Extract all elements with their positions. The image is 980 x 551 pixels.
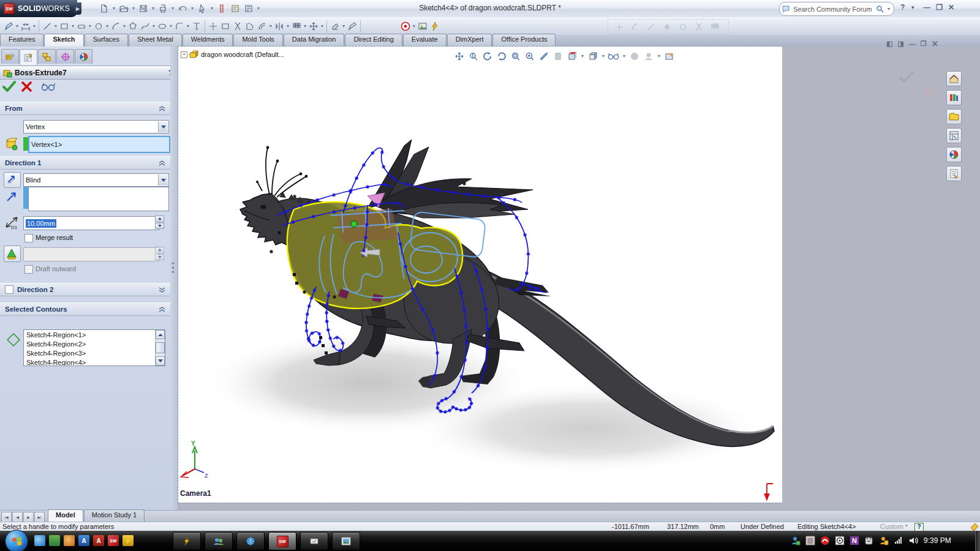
spline-dropdown[interactable]: ▼ [151,24,156,28]
line-icon[interactable] [41,20,53,32]
task-lightning-button[interactable] [173,532,201,550]
rectangle-icon[interactable] [58,20,70,32]
from-group-header[interactable]: From [0,102,170,115]
open-dropdown[interactable]: ▼ [131,6,136,10]
tray-uac-icon[interactable] [878,535,889,545]
solidworks-app-icon[interactable]: SW [108,535,119,546]
move-entities-icon[interactable] [307,20,320,32]
detailed-preview-button[interactable] [41,82,56,91]
search-dropdown[interactable]: ▼ [886,7,891,11]
minimize-button[interactable]: — [923,3,930,12]
taskpane-resources-icon[interactable] [946,71,962,86]
polygon-icon[interactable] [127,20,139,32]
draft-button[interactable] [4,246,21,262]
ellipse-icon[interactable] [156,20,168,32]
doc-next-icon[interactable]: ◨ [897,40,903,48]
hide-show-items-icon[interactable] [608,50,620,62]
direction-reference-field[interactable] [28,187,169,211]
linear-pattern-dropdown[interactable]: ▼ [303,24,307,28]
file-properties-icon[interactable] [229,2,241,15]
convert-entities-icon[interactable] [244,20,256,32]
tray-onenote-icon[interactable]: N [849,535,859,545]
displaymanager-tab[interactable] [75,49,92,64]
point-icon[interactable] [207,20,219,32]
repair-sketch-icon[interactable] [346,20,358,32]
contour-list-scrollbar[interactable] [155,330,165,365]
ie-globe-icon[interactable] [34,535,45,546]
rotate-view-icon[interactable] [481,50,494,62]
sketch-icon[interactable] [2,20,15,32]
configurationmanager-tab[interactable] [38,49,56,64]
contour-list-item[interactable]: Sketch4-Region<4> [24,358,165,366]
zoom-area-icon[interactable] [524,50,536,62]
display-style-dropdown[interactable]: ▼ [601,54,606,58]
options-icon[interactable] [243,2,255,15]
maya-app-icon[interactable]: A [78,535,89,546]
end-condition-dropdown[interactable]: Blind [23,173,169,187]
tray-power-icon[interactable] [864,535,874,545]
record-macro-dropdown[interactable]: ▼ [412,24,417,28]
smart-dimension-icon[interactable] [20,20,32,32]
sketch-dropdown[interactable]: ▼ [15,24,20,28]
line-dropdown[interactable]: ▼ [53,24,58,28]
ribbon-tab-office-products[interactable]: Office Products [492,34,556,47]
start-button[interactable] [5,530,28,551]
tab-last-button[interactable]: ▶| [34,512,45,522]
print-dropdown[interactable]: ▼ [170,6,175,10]
ellipse-dropdown[interactable]: ▼ [168,24,173,28]
open-icon[interactable] [118,2,130,15]
display-style-icon[interactable] [587,50,599,62]
instant3d-icon[interactable] [429,20,441,32]
edit-appearance-icon[interactable] [663,50,676,62]
save-icon[interactable] [137,2,149,15]
hide-show-items-dropdown[interactable]: ▼ [622,54,627,58]
bottom-tab-motion-study-1[interactable]: Motion Study 1 [84,509,145,522]
taskpane-design-library-icon[interactable] [946,90,962,105]
pan-icon[interactable] [453,50,466,62]
ribbon-tab-surfaces[interactable]: Surfaces [85,34,128,47]
tray-record-icon[interactable] [834,535,845,545]
fillet-dropdown[interactable]: ▼ [186,24,190,28]
close-button[interactable]: ✕ [948,3,954,12]
tag-icon[interactable] [970,523,979,531]
tree-expander[interactable]: + [181,51,187,58]
contour-list-item[interactable]: Sketch4-Region<2> [24,339,165,348]
task-tool-button[interactable] [300,532,328,550]
spline-icon[interactable] [139,20,151,32]
ribbon-tab-sketch[interactable]: Sketch [44,34,83,47]
ribbon-tab-evaluate[interactable]: Evaluate [403,34,447,47]
slot-dropdown[interactable]: ▼ [88,24,92,28]
contour-list[interactable]: Sketch4-Region<1>Sketch4-Region<2>Sketch… [23,329,165,366]
offset-entities-dropdown[interactable]: ▼ [268,24,273,28]
taskpane-view-palette-icon[interactable] [946,128,962,143]
help-dropdown[interactable]: ▼ [910,5,915,10]
rebuild-icon[interactable] [216,2,228,15]
ribbon-tab-sheet-metal[interactable]: Sheet Metal [129,34,182,47]
featuremanager-tab[interactable] [1,49,19,64]
vertex-field[interactable]: Vertex<1> [28,136,170,153]
feature-tree-collapsed[interactable]: + dragon woodcraft (Default... [181,50,284,59]
search-box[interactable]: Search Community Forum ▼ [779,2,894,16]
sketch-picture-icon[interactable] [417,20,429,32]
smart-dimension-dropdown[interactable]: ▼ [32,24,37,28]
arc-dropdown[interactable]: ▼ [122,24,127,28]
from-type-dropdown[interactable]: Vertex [23,120,169,133]
compass-app-icon[interactable] [64,535,75,546]
new-document-dropdown[interactable]: ▼ [111,6,116,10]
panel-splitter[interactable]: ◂◂◂ [170,47,179,510]
contour-list-item[interactable]: Sketch4-Region<1> [24,330,165,339]
ribbon-tab-data-migration[interactable]: Data Migration [284,34,345,47]
mirror-entities-icon[interactable] [273,20,285,32]
depth-field[interactable]: 10.00mm [23,216,159,230]
show-desktop-button[interactable] [975,531,980,551]
doc-minimize-icon[interactable]: — [909,40,916,48]
tab-first-button[interactable]: |◀ [1,512,12,522]
zoom-in-out-icon[interactable] [467,50,480,62]
depth-spinner[interactable] [155,216,164,229]
plane-icon[interactable] [219,20,232,32]
cancel-button[interactable] [21,81,32,92]
reverse-direction-button[interactable] [4,172,21,188]
zoom-fit-icon[interactable] [510,50,522,62]
section-view-icon[interactable] [566,50,578,62]
save-dropdown[interactable]: ▼ [151,6,156,10]
